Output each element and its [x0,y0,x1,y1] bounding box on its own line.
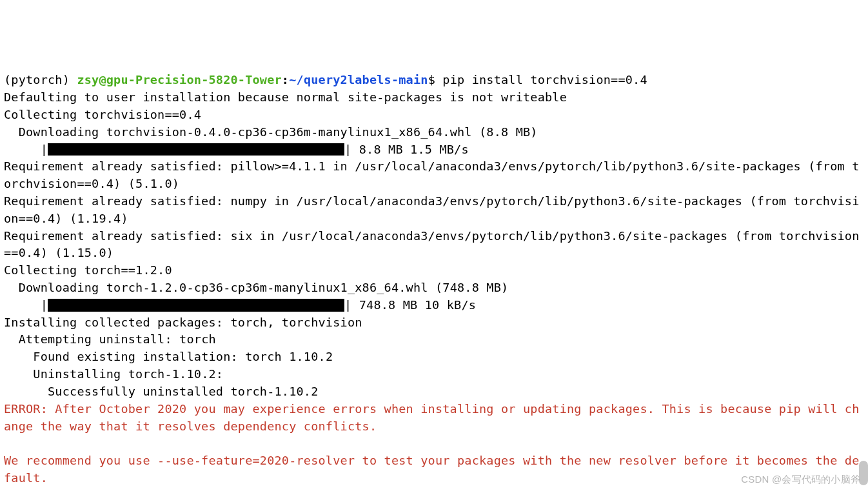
bar-pipe-right: | 8.8 MB 1.5 MB/s [344,143,469,156]
output-line: Requirement already satisfied: six in /u… [4,229,860,260]
bar-fill-icon [48,143,344,156]
bar-pipe-left: | [4,143,48,156]
output-line: Downloading torch-1.2.0-cp36-cp36m-manyl… [4,281,508,294]
scrollbar-thumb[interactable] [859,461,868,485]
bar-fill-icon [48,299,344,311]
output-line: Found existing installation: torch 1.10.… [4,350,333,363]
output-line: Uninstalling torch-1.10.2: [4,367,223,381]
user-host: zsy@gpu-Precision-5820-Tower [77,73,281,86]
progress-bar-2: || 748.8 MB 10 kB/s [4,297,476,314]
prompt-colon: : [282,73,289,86]
output-line: Attempting uninstall: torch [4,332,216,346]
output-line: Installing collected packages: torch, to… [4,316,362,329]
output-line: Requirement already satisfied: numpy in … [4,194,860,225]
output-line: Requirement already satisfied: pillow>=4… [4,159,860,190]
cwd-path: ~/query2labels-main [289,73,428,86]
output-line: Collecting torch==1.2.0 [4,263,172,277]
error-line: We recommend you use --use-feature=2020-… [4,454,860,485]
bar-pipe-left: | [4,298,48,312]
output-line: Downloading torchvision-0.4.0-cp36-cp36m… [4,125,538,139]
output-line: Collecting torchvision==0.4 [4,108,201,121]
output-line: Defaulting to user installation because … [4,90,567,104]
error-line: ERROR: After October 2020 you may experi… [4,402,860,433]
terminal-output[interactable]: (pytorch) zsy@gpu-Precision-5820-Tower:~… [4,72,864,493]
command-text: pip install torchvision==0.4 [442,73,647,86]
prompt-dollar: $ [428,73,443,86]
bar-pipe-right: | 748.8 MB 10 kB/s [344,298,476,312]
env-name: (pytorch) [4,73,77,86]
progress-bar-1: || 8.8 MB 1.5 MB/s [4,141,469,159]
output-line: Successfully uninstalled torch-1.10.2 [4,385,319,398]
